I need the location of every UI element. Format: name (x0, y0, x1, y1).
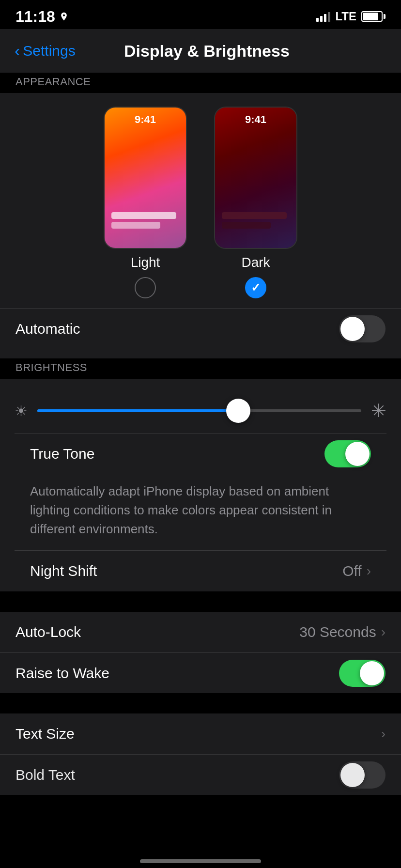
lte-label: LTE (335, 10, 356, 23)
location-icon (59, 12, 69, 21)
auto-lock-status: 30 Seconds (299, 624, 376, 640)
sun-large-icon: ✳ (371, 400, 386, 421)
text-size-chevron-icon: › (381, 726, 386, 742)
brightness-slider-thumb[interactable] (226, 399, 250, 423)
dark-mode-label: Dark (241, 255, 270, 270)
true-tone-toggle-knob (345, 442, 370, 466)
brightness-slider-track[interactable] (37, 409, 361, 412)
dark-bar-2 (222, 222, 271, 229)
light-mode-label: Light (131, 255, 160, 270)
true-tone-toggle[interactable] (324, 440, 371, 467)
battery-body (361, 11, 383, 22)
light-bar-1 (111, 212, 176, 219)
text-size-label: Text Size (15, 726, 75, 742)
light-preview-time: 9:41 (105, 113, 186, 126)
page-title: Display & Brightness (76, 42, 338, 61)
auto-lock-chevron-icon: › (381, 624, 386, 640)
nav-bar: ‹ Settings Display & Brightness (0, 29, 401, 73)
auto-lock-section-gap (0, 591, 401, 612)
signal-bar-3 (324, 14, 326, 22)
brightness-section-gap: BRIGHTNESS (0, 358, 401, 379)
automatic-toggle[interactable] (339, 315, 386, 342)
automatic-label: Automatic (15, 321, 80, 337)
true-tone-desc-text: Automatically adapt iPhone display based… (30, 484, 332, 536)
bold-text-label: Bold Text (15, 767, 75, 783)
battery-tip (384, 14, 386, 19)
signal-bar-2 (320, 16, 323, 22)
bold-text-toggle[interactable] (339, 761, 386, 789)
dark-mode-preview: 9:41 (215, 108, 296, 248)
status-time: 11:18 (15, 8, 69, 26)
light-preview-bars (105, 209, 186, 248)
time-label: 11:18 (15, 8, 55, 26)
night-shift-label: Night Shift (30, 563, 97, 579)
brightness-section: ☀ ✳ True Tone Automatically adapt iPhone… (0, 379, 401, 591)
dark-preview-time: 9:41 (215, 113, 296, 126)
signal-bar-1 (316, 18, 319, 22)
auto-lock-value: 30 Seconds › (299, 624, 386, 640)
light-mode-preview: 9:41 (105, 108, 186, 248)
raise-to-wake-label: Raise to Wake (15, 665, 109, 682)
dark-mode-radio[interactable]: ✓ (245, 277, 266, 298)
status-icons: LTE (316, 10, 386, 23)
back-button[interactable]: ‹ Settings (15, 43, 76, 59)
status-bar: 11:18 LTE (0, 0, 401, 29)
brightness-slider-fill (37, 409, 238, 412)
back-label: Settings (23, 43, 75, 59)
night-shift-status: Off (342, 563, 361, 579)
raise-to-wake-toggle[interactable] (339, 660, 386, 687)
text-size-row[interactable]: Text Size › (0, 713, 401, 754)
raise-to-wake-row: Raise to Wake (0, 652, 401, 693)
night-shift-chevron-icon: › (367, 563, 371, 579)
bold-text-row: Bold Text (0, 754, 401, 795)
night-shift-value: Off › (342, 563, 371, 579)
auto-lock-label: Auto-Lock (15, 624, 81, 640)
dark-mode-option[interactable]: 9:41 Dark ✓ (215, 108, 296, 298)
bold-text-toggle-knob (340, 763, 365, 787)
sun-small-icon: ☀ (15, 403, 28, 419)
appearance-section-gap: APPEARANCE (0, 73, 401, 93)
automatic-toggle-knob (340, 317, 365, 341)
brightness-slider-row: ☀ ✳ (15, 388, 386, 434)
signal-bars (316, 11, 330, 22)
back-chevron-icon: ‹ (15, 42, 20, 59)
true-tone-description: Automatically adapt iPhone display based… (15, 474, 386, 551)
text-size-group: Text Size › Bold Text (0, 713, 401, 795)
dark-bar-1 (222, 212, 287, 219)
text-size-section-gap (0, 693, 401, 713)
light-mode-radio[interactable] (135, 277, 156, 298)
appearance-section-label: APPEARANCE (15, 76, 91, 88)
light-mode-option[interactable]: 9:41 Light (105, 108, 186, 298)
appearance-section: 9:41 Light 9:41 Dark ✓ (0, 93, 401, 358)
radio-checkmark-icon: ✓ (251, 281, 261, 294)
signal-bar-4 (328, 12, 330, 22)
dark-preview-bars (215, 209, 296, 248)
appearance-options: 9:41 Light 9:41 Dark ✓ (0, 108, 401, 308)
raise-to-wake-toggle-knob (360, 661, 384, 685)
true-tone-label: True Tone (30, 446, 94, 462)
battery-fill (363, 13, 378, 20)
home-indicator (140, 859, 261, 863)
auto-lock-row[interactable]: Auto-Lock 30 Seconds › (0, 612, 401, 652)
brightness-section-label: BRIGHTNESS (15, 361, 87, 374)
night-shift-row[interactable]: Night Shift Off › (15, 551, 386, 591)
light-bar-2 (111, 222, 160, 229)
true-tone-row: True Tone (15, 434, 386, 474)
auto-lock-group: Auto-Lock 30 Seconds › Raise to Wake (0, 612, 401, 693)
automatic-row: Automatic (0, 308, 401, 349)
battery (361, 11, 386, 22)
text-size-value: › (381, 726, 386, 742)
